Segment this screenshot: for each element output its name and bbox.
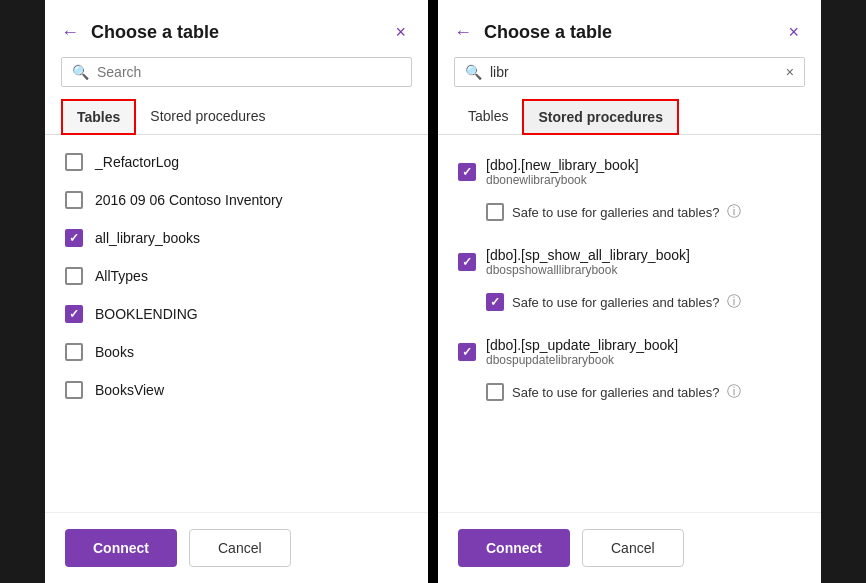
- sp-item: ✓ [dbo].[sp_update_library_book] dbospup…: [438, 323, 821, 413]
- list-item[interactable]: BooksView: [45, 371, 428, 409]
- right-panel-title: Choose a table: [484, 22, 774, 43]
- checkbox-0[interactable]: [65, 153, 83, 171]
- item-label: 2016 09 06 Contoso Inventory: [95, 192, 283, 208]
- list-item[interactable]: AllTypes: [45, 257, 428, 295]
- search-icon-left: 🔍: [72, 64, 89, 80]
- sp-safe-0: Safe to use for galleries and tables? ⓘ: [486, 199, 801, 225]
- sp-name-0: [dbo].[new_library_book]: [486, 157, 639, 173]
- left-items-list: _RefactorLog 2016 09 06 Contoso Inventor…: [45, 135, 428, 512]
- sp-safe-label-2: Safe to use for galleries and tables?: [512, 385, 719, 400]
- left-footer: Connect Cancel: [45, 512, 428, 583]
- left-search-box: 🔍: [61, 57, 412, 87]
- item-label: BOOKLENDING: [95, 306, 198, 322]
- sp-checkbox-2[interactable]: ✓: [458, 343, 476, 361]
- list-item[interactable]: ✓ BOOKLENDING: [45, 295, 428, 333]
- item-label: Books: [95, 344, 134, 360]
- sp-sub-1: dbospshowalllibrarybook: [486, 263, 690, 277]
- sp-item: ✓ [dbo].[sp_show_all_library_book] dbosp…: [438, 233, 821, 323]
- right-search-box: 🔍 ×: [454, 57, 805, 87]
- left-panel-title: Choose a table: [91, 22, 381, 43]
- back-arrow-right[interactable]: ←: [454, 22, 472, 43]
- sp-main-2[interactable]: ✓ [dbo].[sp_update_library_book] dbospup…: [458, 331, 801, 373]
- item-label: AllTypes: [95, 268, 148, 284]
- sp-safe-2: Safe to use for galleries and tables? ⓘ: [486, 379, 801, 405]
- sp-main-0[interactable]: ✓ [dbo].[new_library_book] dbonewlibrary…: [458, 151, 801, 193]
- panels-divider: [428, 0, 438, 583]
- list-item[interactable]: ✓ all_library_books: [45, 219, 428, 257]
- tab-tables-left[interactable]: Tables: [61, 99, 136, 135]
- tab-stored-right[interactable]: Stored procedures: [522, 99, 678, 135]
- tab-stored-left[interactable]: Stored procedures: [136, 99, 279, 135]
- checkbox-2[interactable]: ✓: [65, 229, 83, 247]
- search-icon-right: 🔍: [465, 64, 482, 80]
- back-arrow-left[interactable]: ←: [61, 22, 79, 43]
- item-label: all_library_books: [95, 230, 200, 246]
- checkmark: ✓: [69, 307, 79, 321]
- sp-checkbox-0[interactable]: ✓: [458, 163, 476, 181]
- sp-safe-checkbox-0[interactable]: [486, 203, 504, 221]
- checkmark: ✓: [490, 295, 500, 309]
- sp-safe-label-0: Safe to use for galleries and tables?: [512, 205, 719, 220]
- cancel-button-right[interactable]: Cancel: [582, 529, 684, 567]
- sp-safe-checkbox-1[interactable]: ✓: [486, 293, 504, 311]
- checkmark: ✓: [69, 231, 79, 245]
- sp-name-1: [dbo].[sp_show_all_library_book]: [486, 247, 690, 263]
- checkbox-4[interactable]: ✓: [65, 305, 83, 323]
- tab-tables-right[interactable]: Tables: [454, 99, 522, 135]
- checkmark: ✓: [462, 255, 472, 269]
- right-items-list: ✓ [dbo].[new_library_book] dbonewlibrary…: [438, 135, 821, 512]
- checkbox-5[interactable]: [65, 343, 83, 361]
- sp-checkbox-1[interactable]: ✓: [458, 253, 476, 271]
- left-tabs: Tables Stored procedures: [45, 99, 428, 135]
- cancel-button-left[interactable]: Cancel: [189, 529, 291, 567]
- connect-button-right[interactable]: Connect: [458, 529, 570, 567]
- item-label: _RefactorLog: [95, 154, 179, 170]
- sp-safe-checkbox-2[interactable]: [486, 383, 504, 401]
- checkmark: ✓: [462, 165, 472, 179]
- right-tabs: Tables Stored procedures: [438, 99, 821, 135]
- sp-safe-1: ✓ Safe to use for galleries and tables? …: [486, 289, 801, 315]
- sp-main-1[interactable]: ✓ [dbo].[sp_show_all_library_book] dbosp…: [458, 241, 801, 283]
- close-button-left[interactable]: ×: [389, 20, 412, 45]
- info-icon-0[interactable]: ⓘ: [727, 203, 741, 221]
- close-button-right[interactable]: ×: [782, 20, 805, 45]
- left-panel: ← Choose a table × 🔍 Tables Stored proce…: [45, 0, 428, 583]
- info-icon-2[interactable]: ⓘ: [727, 383, 741, 401]
- sp-item: ✓ [dbo].[new_library_book] dbonewlibrary…: [438, 143, 821, 233]
- checkbox-6[interactable]: [65, 381, 83, 399]
- list-item[interactable]: 2016 09 06 Contoso Inventory: [45, 181, 428, 219]
- left-panel-header: ← Choose a table ×: [45, 0, 428, 57]
- checkbox-1[interactable]: [65, 191, 83, 209]
- info-icon-1[interactable]: ⓘ: [727, 293, 741, 311]
- sp-name-2: [dbo].[sp_update_library_book]: [486, 337, 678, 353]
- sp-safe-label-1: Safe to use for galleries and tables?: [512, 295, 719, 310]
- right-panel-header: ← Choose a table ×: [438, 0, 821, 57]
- right-panel: ← Choose a table × 🔍 × Tables Stored pro…: [438, 0, 821, 583]
- sp-sub-0: dbonewlibrarybook: [486, 173, 639, 187]
- connect-button-left[interactable]: Connect: [65, 529, 177, 567]
- list-item[interactable]: Books: [45, 333, 428, 371]
- checkbox-3[interactable]: [65, 267, 83, 285]
- search-input-right[interactable]: [490, 64, 778, 80]
- list-item[interactable]: _RefactorLog: [45, 143, 428, 181]
- sp-sub-2: dbospupdatelibrarybook: [486, 353, 678, 367]
- checkmark: ✓: [462, 345, 472, 359]
- item-label: BooksView: [95, 382, 164, 398]
- right-footer: Connect Cancel: [438, 512, 821, 583]
- clear-search-button[interactable]: ×: [786, 64, 794, 80]
- search-input-left[interactable]: [97, 64, 401, 80]
